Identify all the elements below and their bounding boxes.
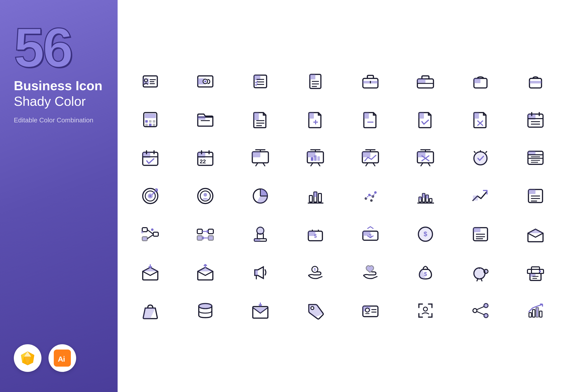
svg-rect-47 <box>153 124 155 126</box>
svg-rect-93 <box>317 156 320 161</box>
svg-rect-244 <box>540 311 542 317</box>
svg-rect-193 <box>473 228 480 232</box>
svg-rect-50 <box>254 113 259 120</box>
icon-tag <box>300 296 330 326</box>
icon-scatter-chart <box>355 181 385 211</box>
svg-rect-103 <box>417 152 425 157</box>
ai-logo-svg: Ai <box>55 351 70 366</box>
icon-presentation-line <box>355 143 385 173</box>
svg-point-226 <box>311 307 314 310</box>
icon-exchange <box>190 219 220 249</box>
left-panel: 56 Business Icon Shady Color Editable Co… <box>0 0 118 392</box>
icon-chart-growth <box>520 296 551 326</box>
icon-file-minus <box>355 105 385 135</box>
icon-count: 56 <box>14 20 104 75</box>
icon-pie-chart <box>245 181 275 211</box>
subtitle: Editable Color Combination <box>14 116 104 124</box>
svg-rect-160 <box>142 237 147 241</box>
svg-text:$: $ <box>314 267 316 271</box>
icon-piggy-bank: $ <box>465 257 496 287</box>
icon-bar-chart-2 <box>410 181 440 211</box>
icon-money-hand: $ <box>300 257 330 287</box>
icon-bag-2 <box>520 66 551 96</box>
svg-rect-150 <box>426 195 428 199</box>
icon-money-box: $ <box>300 219 330 249</box>
svg-rect-146 <box>419 197 421 200</box>
svg-line-239 <box>477 307 484 310</box>
svg-text:$: $ <box>424 271 427 277</box>
icon-presentation-chart <box>300 143 330 173</box>
svg-line-114 <box>485 151 487 153</box>
svg-line-210 <box>484 272 485 272</box>
svg-rect-43 <box>149 120 152 123</box>
svg-rect-168 <box>197 236 202 240</box>
svg-rect-92 <box>314 155 317 161</box>
svg-text:$: $ <box>424 230 427 238</box>
svg-rect-42 <box>145 120 148 123</box>
sketch-icon <box>19 350 36 367</box>
svg-rect-44 <box>153 120 155 123</box>
svg-rect-153 <box>473 195 478 201</box>
svg-point-164 <box>151 228 154 231</box>
svg-rect-151 <box>429 199 432 202</box>
icon-briefcase-2 <box>410 66 440 96</box>
svg-point-125 <box>149 195 151 197</box>
svg-rect-243 <box>536 308 538 317</box>
icon-document-list <box>300 66 330 96</box>
svg-line-113 <box>474 151 475 153</box>
icon-calendar-check <box>135 143 165 173</box>
icon-heart-hand <box>355 257 385 287</box>
svg-rect-45 <box>145 124 148 126</box>
icon-stamp <box>245 219 275 249</box>
icon-trend-up <box>465 181 496 211</box>
svg-rect-148 <box>422 193 425 198</box>
icon-scan-person <box>410 296 440 326</box>
icon-file-x <box>465 105 496 135</box>
right-panel: 22 <box>118 0 588 392</box>
svg-rect-82 <box>252 152 260 157</box>
icon-grid: 22 <box>135 66 570 326</box>
svg-rect-116 <box>528 151 535 155</box>
svg-point-208 <box>474 268 485 279</box>
svg-point-222 <box>199 304 212 309</box>
svg-point-12 <box>144 79 148 82</box>
icon-money-bag: $ <box>410 257 440 287</box>
svg-rect-54 <box>309 113 314 119</box>
icon-money-exchange: $ <box>355 219 385 249</box>
sketch-badge <box>14 344 41 372</box>
svg-rect-242 <box>532 310 535 317</box>
icon-target <box>135 181 165 211</box>
icon-megaphone <box>245 257 275 287</box>
title-light: Shady Color <box>14 93 104 109</box>
svg-rect-57 <box>364 113 369 119</box>
icon-database-list <box>520 143 551 173</box>
icon-presentation-1 <box>245 143 275 173</box>
icon-briefcase-1 <box>355 66 385 96</box>
icon-money-circle: $ <box>410 219 440 249</box>
svg-point-237 <box>484 304 488 308</box>
svg-rect-135 <box>309 195 312 202</box>
svg-text:22: 22 <box>200 158 206 165</box>
svg-rect-34 <box>417 79 425 83</box>
icon-calendar-list <box>520 105 551 135</box>
svg-rect-60 <box>474 113 479 119</box>
icon-bag-1 <box>465 66 496 96</box>
icon-bar-chart <box>300 181 330 211</box>
svg-rect-159 <box>142 228 147 232</box>
icon-target-person <box>190 181 220 211</box>
icon-file-check <box>410 105 440 135</box>
left-top-content: 56 Business Icon Shady Color Editable Co… <box>14 20 104 124</box>
icon-list-report <box>520 181 551 211</box>
svg-rect-41 <box>145 114 156 118</box>
svg-point-131 <box>204 193 207 197</box>
svg-rect-169 <box>208 236 213 240</box>
svg-point-144 <box>370 199 373 202</box>
icon-checklist <box>245 66 275 96</box>
icon-presentation-x <box>410 143 440 173</box>
svg-rect-137 <box>314 192 317 197</box>
icon-id-card <box>355 296 385 326</box>
svg-point-229 <box>365 308 369 312</box>
icon-mail-down <box>245 296 275 326</box>
icon-file-add <box>300 105 330 135</box>
icon-shopping-bag <box>135 296 165 326</box>
